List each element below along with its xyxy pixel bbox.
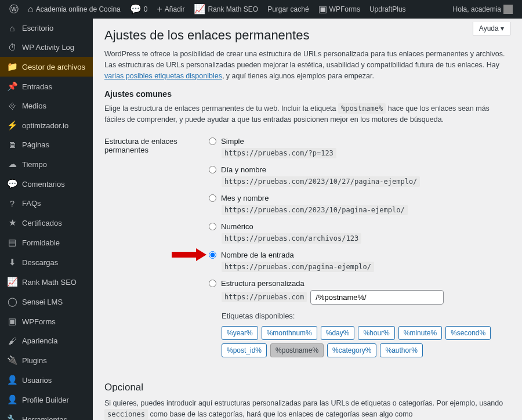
sidebar-item-p-ginas[interactable]: 🗎Páginas <box>0 135 93 154</box>
permalink-radio[interactable] <box>209 280 216 287</box>
menu-label: Certificados <box>22 219 62 227</box>
sidebar-item-wp-activity-log[interactable]: ⏱WP Activity Log <box>0 38 93 57</box>
menu-label: Profile Builder <box>22 396 69 404</box>
permalink-radio[interactable] <box>209 251 216 259</box>
permalink-example: https://pruebas.com/pagina-ejemplo/ <box>222 262 374 272</box>
sidebar-item-sensei-lms[interactable]: ◯Sensei LMS <box>0 292 93 312</box>
permalink-example: https://pruebas.com/?p=123 <box>222 148 336 158</box>
permalink-example: https://pruebas.com/2023/10/27/pagina-ej… <box>222 176 420 187</box>
menu-label: Herramientas <box>22 415 67 421</box>
tag-postname[interactable]: %postname% <box>270 343 324 357</box>
site-name[interactable]: ⌂Academia online de Cocina <box>23 0 125 19</box>
optional-heading: Opcional <box>104 382 510 393</box>
permalink-radio[interactable] <box>209 223 216 230</box>
account-greeting[interactable]: Hola, academia <box>448 0 517 19</box>
common-desc: Elige la estructura de enlaces permanent… <box>104 103 510 125</box>
menu-icon: ⏱ <box>7 42 17 52</box>
menu-label: optimizador.io <box>22 121 68 130</box>
menu-label: Apariencia <box>22 336 57 345</box>
menu-icon: ⚡ <box>7 120 17 131</box>
tags-label: Etiquetas disponibles: <box>222 312 510 320</box>
menu-icon: ▣ <box>7 316 17 327</box>
settings-content: Ayuda ▾ Ajustes de los enlaces permanent… <box>93 19 522 420</box>
permalink-example: https://pruebas.com/archivos/123 <box>222 233 361 244</box>
sidebar-item-plugins[interactable]: 🔌Plugins <box>0 350 93 370</box>
menu-icon: 🔌 <box>7 355 17 365</box>
tag-year[interactable]: %year% <box>222 326 258 340</box>
permalink-example: https://pruebas.com/2023/10/pagina-ejemp… <box>222 205 408 215</box>
page-title: Ajustes de los enlaces permanentes <box>104 28 510 43</box>
admin-sidebar: ⌂Escritorio⏱WP Activity Log📁Gestor de ar… <box>0 19 93 420</box>
permalink-mes-y-nombre[interactable]: Mes y nombre <box>209 194 510 202</box>
wp-logo[interactable]: ⓦ <box>5 0 23 19</box>
tags-doc-link[interactable]: varias posibles etiquetas disponibles <box>104 72 222 80</box>
menu-icon: 👤 <box>7 394 17 405</box>
menu-icon: 🞜 <box>7 101 17 111</box>
intro-text: WordPress te ofrece la posibilidad de cr… <box>104 49 510 81</box>
sidebar-item-gestor-de-archivos[interactable]: 📁Gestor de archivos <box>0 57 93 77</box>
menu-icon: 📌 <box>7 81 17 92</box>
sidebar-item-rank-math-seo[interactable]: 📈Rank Math SEO <box>0 272 93 292</box>
sidebar-item-wpforms[interactable]: ▣WPForms <box>0 312 93 331</box>
sidebar-item-herramientas[interactable]: 🔧Herramientas <box>0 410 93 420</box>
sidebar-item-usuarios[interactable]: 👤Usuarios <box>0 370 93 390</box>
new-content[interactable]: +Añadir <box>152 0 189 19</box>
sidebar-item-formidable[interactable]: ▤Formidable <box>0 233 93 252</box>
permalink-nombre-de-la-entrada[interactable]: Nombre de la entrada <box>209 251 510 259</box>
menu-label: Páginas <box>22 140 49 149</box>
sidebar-item-comentarios[interactable]: 💬Comentarios <box>0 174 93 194</box>
tag-minute[interactable]: %minute% <box>398 326 442 340</box>
comments-link[interactable]: 💬0 <box>125 0 153 19</box>
permalink-día-y-nombre[interactable]: Día y nombre <box>209 165 510 174</box>
sidebar-item-tiempo[interactable]: ☁Tiempo <box>0 154 93 174</box>
permalink-numérico[interactable]: Numérico <box>209 222 510 231</box>
permalink-estructura-personalizada[interactable]: Estructura personalizada <box>209 279 510 288</box>
tag-category[interactable]: %category% <box>327 343 376 357</box>
rank-math-toolbar[interactable]: 📈Rank Math SEO <box>189 0 263 19</box>
menu-label: Rank Math SEO <box>22 278 77 287</box>
optional-desc: Si quieres, puedes introducir aquí estru… <box>104 398 510 420</box>
permalink-radio[interactable] <box>209 166 216 173</box>
tag-hour[interactable]: %hour% <box>358 326 394 340</box>
sidebar-item-entradas[interactable]: 📌Entradas <box>0 77 93 96</box>
sidebar-item-optimizador-io[interactable]: ⚡optimizador.io <box>0 115 93 135</box>
menu-label: Plugins <box>22 356 47 365</box>
menu-icon: ? <box>7 198 17 208</box>
tag-author[interactable]: %author% <box>380 343 422 357</box>
custom-structure-input[interactable] <box>310 290 444 305</box>
structure-label: Estructura de enlaces permanentes <box>104 131 209 365</box>
add-label: Añadir <box>165 5 185 13</box>
sidebar-item-apariencia[interactable]: 🖌Apariencia <box>0 331 93 350</box>
tag-post_id[interactable]: %post_id% <box>222 343 267 357</box>
updraft-toolbar[interactable]: UpdraftPlus <box>365 0 411 19</box>
tag-day[interactable]: %day% <box>321 326 355 340</box>
sidebar-item-faqs[interactable]: ?FAQs <box>0 194 93 213</box>
tag-monthnum[interactable]: %monthnum% <box>262 326 317 340</box>
menu-icon: 💬 <box>7 179 17 189</box>
site-name-label: Academia online de Cocina <box>36 5 121 13</box>
admin-toolbar: ⓦ ⌂Academia online de Cocina 💬0 +Añadir … <box>0 0 522 19</box>
menu-icon: ⬇ <box>7 257 17 267</box>
permalink-radio[interactable] <box>209 137 216 145</box>
sidebar-item-profile-builder[interactable]: 👤Profile Builder <box>0 390 93 410</box>
menu-label: Gestor de archivos <box>22 63 85 71</box>
purge-cache[interactable]: Purgar caché <box>263 0 313 19</box>
menu-label: Descargas <box>22 258 58 267</box>
sidebar-item-medios[interactable]: 🞜Medios <box>0 96 93 115</box>
common-heading: Ajustes comunes <box>104 89 510 99</box>
permalink-radio[interactable] <box>209 194 216 202</box>
sidebar-item-descargas[interactable]: ⬇Descargas <box>0 252 93 272</box>
menu-icon: 🗎 <box>7 140 17 150</box>
menu-label: WP Activity Log <box>22 43 74 52</box>
sidebar-item-certificados[interactable]: ★Certificados <box>0 213 93 233</box>
help-tab[interactable]: Ayuda ▾ <box>473 22 510 35</box>
menu-icon: 👤 <box>7 375 17 385</box>
sidebar-item-escritorio[interactable]: ⌂Escritorio <box>0 19 93 38</box>
tag-second[interactable]: %second% <box>445 326 491 340</box>
wpforms-toolbar[interactable]: ▣WPForms <box>314 0 365 19</box>
permalink-simple[interactable]: Simple <box>209 137 510 146</box>
menu-label: Medios <box>22 102 46 110</box>
menu-icon: ★ <box>7 218 17 228</box>
menu-icon: ▤ <box>7 237 17 248</box>
menu-icon: 🔧 <box>7 414 17 420</box>
